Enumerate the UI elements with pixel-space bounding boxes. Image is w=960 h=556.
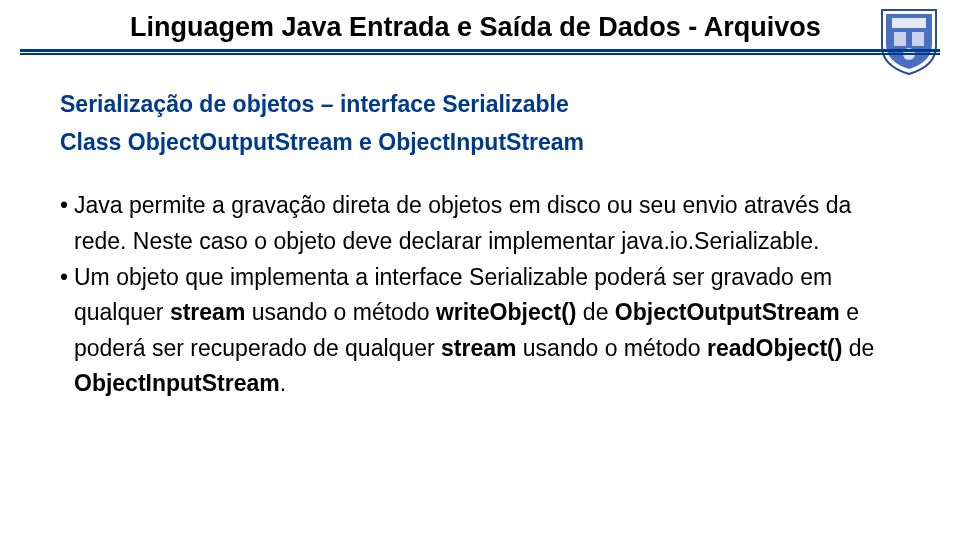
b2-mid1: usando o método [245,299,436,325]
subtitle-line2: Class ObjectOutputStream e ObjectInputSt… [60,125,900,161]
bullet-2: • Um objeto que implementa a interface S… [60,260,900,403]
b2-method2: readObject() [707,335,842,361]
b2-mid2: de [576,299,614,325]
b2-mid4: usando o método [516,335,707,361]
b2-mid5: de [842,335,874,361]
bullet-dot-icon: • [60,188,74,224]
b2-end: . [280,370,286,396]
content-area: Serialização de objetos – interface Seri… [0,57,960,402]
page-title: Linguagem Java Entrada e Saída de Dados … [20,8,940,43]
subtitle-mid: e [353,129,379,155]
slide: Linguagem Java Entrada e Saída de Dados … [0,0,960,556]
svg-rect-1 [894,32,906,46]
bullet-dot-icon: • [60,260,74,296]
b1-code: java.io.Serializable. [621,228,819,254]
bullet-1: • Java permite a gravação direta de obje… [60,188,900,259]
svg-rect-2 [912,32,924,46]
subtitle-prefix: Class [60,129,128,155]
header-divider [20,49,940,57]
b2-class1: ObjectOutputStream [615,299,840,325]
institution-logo [878,4,940,76]
b2-stream1: stream [170,299,245,325]
shield-icon [878,4,940,76]
bullet-1-text: Java permite a gravação direta de objeto… [74,188,900,259]
header-row: Linguagem Java Entrada e Saída de Dados … [0,0,960,43]
b2-method1: writeObject() [436,299,577,325]
class-b: ObjectInputStream [378,129,584,155]
b2-class2: ObjectInputStream [74,370,280,396]
bullet-2-text: Um objeto que implementa a interface Ser… [74,260,900,403]
class-a: ObjectOutputStream [128,129,353,155]
b2-stream2: stream [441,335,516,361]
svg-rect-0 [892,18,926,28]
subtitle-line1: Serialização de objetos – interface Seri… [60,87,900,123]
